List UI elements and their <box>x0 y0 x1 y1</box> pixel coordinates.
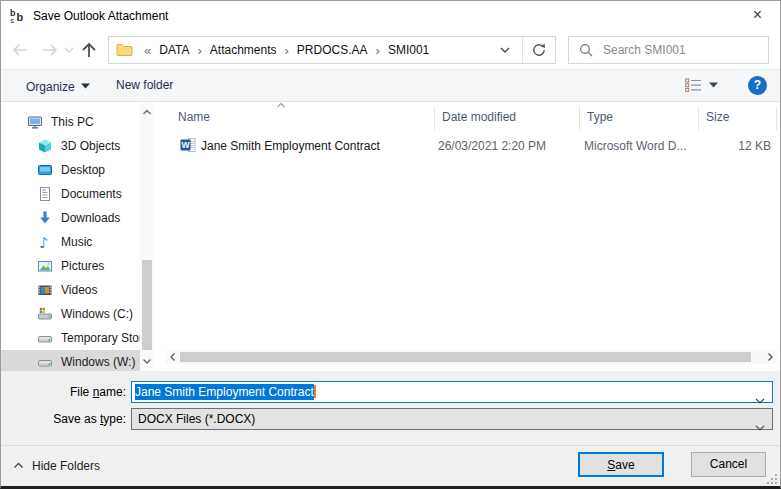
cancel-button[interactable]: Cancel <box>691 452 766 477</box>
desktop-icon <box>37 162 53 178</box>
refresh-button[interactable] <box>523 37 555 63</box>
sidebar-scrollbar-thumb[interactable] <box>142 260 152 350</box>
horizontal-scrollbar[interactable] <box>166 350 777 364</box>
file-name-cell[interactable]: W Jane Smith Employment Contract <box>180 135 430 158</box>
scroll-right-icon[interactable] <box>765 352 775 362</box>
sidebar-item-label: Pictures <box>61 259 104 273</box>
column-header-name[interactable]: Name <box>170 104 430 131</box>
breadcrumb-item-prdocs[interactable]: PRDOCS.AA <box>296 43 369 57</box>
organize-label: Organize <box>26 80 75 94</box>
column-header-date-modified[interactable]: Date modified <box>434 104 575 131</box>
save-as-type-dropdown-icon[interactable] <box>755 417 765 437</box>
window-title: Save Outlook Attachment <box>33 1 168 31</box>
music-icon: ♪ <box>37 234 53 250</box>
svg-text:W: W <box>181 140 190 150</box>
up-icon[interactable] <box>80 41 98 59</box>
save-form: File name: Jane Smith Employment Contrac… <box>1 371 780 445</box>
sidebar-item-this-pc[interactable]: This PC <box>1 110 140 134</box>
selected-text: Jane Smith Employment Contract <box>135 384 314 400</box>
save-button[interactable]: Save <box>578 452 664 477</box>
recent-locations-chevron-icon[interactable] <box>64 47 74 54</box>
this-pc-icon <box>27 114 43 130</box>
folder-icon <box>116 43 133 57</box>
pictures-icon <box>37 258 53 274</box>
scroll-left-icon[interactable] <box>168 352 178 362</box>
new-folder-button[interactable]: New folder <box>116 70 173 101</box>
back-icon[interactable] <box>11 42 29 58</box>
file-type-cell: Microsoft Word D... <box>584 135 696 158</box>
svg-text:b: b <box>17 11 24 23</box>
label-text: Save as <box>53 412 100 426</box>
sidebar-item-label: Downloads <box>61 211 120 225</box>
breadcrumb-separator-icon[interactable]: › <box>369 43 387 58</box>
sidebar-item-desktop[interactable]: Desktop <box>1 158 140 182</box>
sidebar-item-music[interactable]: ♪ Music <box>1 230 140 254</box>
file-size-cell: 12 KB <box>698 135 771 158</box>
save-as-type-select[interactable]: DOCX Files (*.DOCX) <box>131 408 773 430</box>
main-area: This PC 3D Objects Desktop <box>1 102 780 371</box>
label-text: ame: <box>99 385 126 399</box>
breadcrumb-item-smi001[interactable]: SMI001 <box>387 43 430 57</box>
refresh-icon <box>532 43 546 57</box>
hide-folders-button[interactable]: Hide Folders <box>13 446 100 487</box>
breadcrumb-item-data[interactable]: DATA <box>158 43 190 57</box>
sidebar-item-downloads[interactable]: Downloads <box>1 206 140 230</box>
scroll-down-icon[interactable] <box>142 356 152 366</box>
column-header-type[interactable]: Type <box>579 104 694 131</box>
breadcrumb-separator-icon[interactable]: › <box>278 43 296 58</box>
search-input[interactable]: Search SMI001 <box>568 36 769 64</box>
organize-button[interactable]: Organize <box>26 70 90 101</box>
address-dropdown-chevron-icon[interactable] <box>488 43 522 57</box>
breadcrumb-item-attachments[interactable]: Attachments <box>209 43 278 57</box>
file-row[interactable]: W Jane Smith Employment Contract 26/03/2… <box>166 135 777 158</box>
word-document-icon: W <box>180 137 196 153</box>
svg-text:s: s <box>11 17 15 24</box>
selected-type: DOCX Files (*.DOCX) <box>138 412 255 426</box>
breadcrumb-separator-icon[interactable]: › <box>190 43 208 58</box>
close-button[interactable]: × <box>735 1 780 31</box>
label-text: ype: <box>103 412 126 426</box>
svg-text:♪: ♪ <box>39 234 49 250</box>
sidebar-item-documents[interactable]: Documents <box>1 182 140 206</box>
scroll-up-icon[interactable] <box>142 107 152 117</box>
file-name-input[interactable]: Jane Smith Employment Contract <box>131 381 773 403</box>
file-date-cell: 26/03/2021 2:20 PM <box>438 135 578 158</box>
address-bar[interactable]: « DATA › Attachments › PRDOCS.AA › SMI00… <box>108 36 556 64</box>
column-divider[interactable] <box>776 106 777 130</box>
list-header: Name Date modified Type Size <box>166 104 777 131</box>
sidebar-scrollbar[interactable] <box>140 102 154 371</box>
sidebar-item-temporary-storage[interactable]: Temporary Stora <box>1 326 140 350</box>
footer-bar: Hide Folders Save Cancel <box>1 445 780 486</box>
sidebar-item-videos[interactable]: Videos <box>1 278 140 302</box>
sidebar-item-label: Temporary Stora <box>61 331 140 345</box>
views-button[interactable] <box>685 78 718 92</box>
sidebar-item-label: Desktop <box>61 163 105 177</box>
sidebar-item-label: Documents <box>61 187 122 201</box>
file-name-dropdown-icon[interactable] <box>755 390 765 410</box>
sidebar-item-windows-w[interactable]: Windows (W:) <box>1 350 140 371</box>
label-text: File <box>70 385 93 399</box>
column-header-size[interactable]: Size <box>698 104 772 131</box>
text-caret <box>314 385 316 398</box>
breadcrumb-prefix[interactable]: « <box>137 43 158 58</box>
chevron-up-icon <box>13 462 24 469</box>
hide-folders-label: Hide Folders <box>32 459 100 473</box>
save-dialog-window: b s b Save Outlook Attachment × « DATA › <box>0 0 781 489</box>
sidebar-item-pictures[interactable]: Pictures <box>1 254 140 278</box>
sidebar-item-3d-objects[interactable]: 3D Objects <box>1 134 140 158</box>
windows-c-drive-icon <box>37 306 53 322</box>
file-list: Name Date modified Type Size W Jane Smit… <box>166 102 777 371</box>
save-label: ave <box>615 458 634 472</box>
forward-icon[interactable] <box>41 42 59 58</box>
sidebar-item-label: Windows (W:) <box>61 355 135 369</box>
search-placeholder: Search SMI001 <box>603 43 686 57</box>
navigation-bar: « DATA › Attachments › PRDOCS.AA › SMI00… <box>1 31 780 69</box>
help-button[interactable]: ? <box>748 76 767 95</box>
resize-grip[interactable] <box>765 472 777 484</box>
sidebar-item-windows-c[interactable]: Windows (C:) <box>1 302 140 326</box>
downloads-icon <box>37 210 53 226</box>
title-bar: b s b Save Outlook Attachment × <box>1 1 780 31</box>
file-name-label: File name: <box>1 381 126 403</box>
drive-icon <box>37 330 53 346</box>
horizontal-scrollbar-thumb[interactable] <box>180 352 751 362</box>
